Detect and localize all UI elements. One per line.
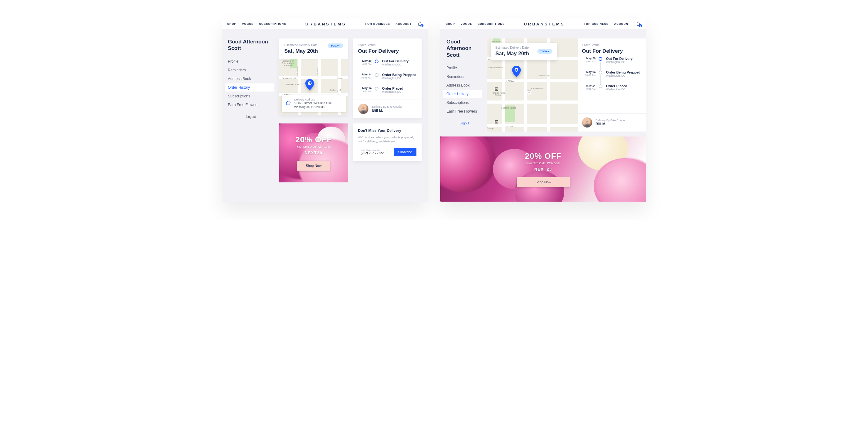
step-dot-icon <box>375 73 378 77</box>
nav-account[interactable]: ACCOUNT <box>396 22 412 25</box>
nav-account[interactable]: ACCOUNT <box>614 22 630 25</box>
status-step: May 204:00 PM Out For DeliveryWashington… <box>582 57 643 70</box>
bag-icon[interactable]: 1 <box>417 21 422 26</box>
shop-now-button[interactable]: Shop Now <box>297 161 330 171</box>
bag-icon[interactable]: 1 <box>636 21 641 26</box>
step-dot-icon <box>375 60 378 63</box>
greeting: Good Afternoon Scott <box>228 38 274 52</box>
street-17: 17th St NW <box>297 65 299 77</box>
delivery-address-box: Delivery Address 1615 L Street NW Suite … <box>282 95 346 112</box>
nav-subscriptions[interactable]: SUBSCRIPTIONS <box>259 22 286 25</box>
step-location: Washington, DC <box>382 90 417 93</box>
sidebar-item-profile[interactable]: Profile <box>443 64 483 72</box>
map[interactable]: Desales St NW L St NW 17th St NW 16th St… <box>279 59 348 115</box>
sidebar-item-address-book[interactable]: Address Book <box>443 81 483 89</box>
subscribe-button[interactable]: Subscribe <box>394 148 416 156</box>
poi-farragut: Farragut <box>487 127 494 129</box>
step-title: Order Being Prepped <box>606 70 643 74</box>
sidebar-item-subscriptions[interactable]: Subscriptions <box>443 99 483 107</box>
logout-link[interactable]: Logout <box>228 115 274 119</box>
nav-shop[interactable]: SHOP <box>227 22 237 25</box>
topbar: SHOP VOGUE SUBSCRIPTIONS URBANSTEMS FOR … <box>222 19 428 29</box>
status-label: Order Status <box>582 43 643 47</box>
sidebar-item-subscriptions[interactable]: Subscriptions <box>225 92 274 100</box>
step-dot-icon <box>599 84 602 88</box>
promo-subtext: Your Next Order With Code <box>296 145 332 148</box>
delivery-date: Sat, May 20th <box>495 51 529 57</box>
step-dot-icon <box>599 71 602 74</box>
courier-name: Bill M. <box>372 108 403 113</box>
nav-vogue[interactable]: VOGUE <box>242 22 254 25</box>
courier-avatar <box>582 117 592 128</box>
sidebar-list: Profile Reminders Address Book Order His… <box>228 57 274 109</box>
sidebar-item-order-history[interactable]: Order History <box>443 90 483 98</box>
brand-logo[interactable]: URBANSTEMS <box>524 22 565 26</box>
step-time: 9:05 AM <box>582 87 595 91</box>
sidebar-item-reminders[interactable]: Reminders <box>443 72 483 81</box>
poi-mayflower: Mayflower Hotel <box>489 66 503 68</box>
nav-business[interactable]: FOR BUSINESS <box>365 22 390 25</box>
step-location: Washington, DC <box>382 63 417 66</box>
step-time: 4:00 PM <box>358 63 372 66</box>
phone-input[interactable]: Your Phone Number (202) 222 - 2222 <box>359 148 394 156</box>
address-line1: 1615 L Street NW Suite 1230 <box>294 101 332 105</box>
street-i: I St NW <box>506 125 514 127</box>
sidebar-item-reminders[interactable]: Reminders <box>225 66 274 74</box>
sidebar-item-order-history[interactable]: Order History <box>225 84 274 91</box>
map[interactable]: 16th St NW 15th St NW Desales St NW L St… <box>487 38 578 131</box>
logout-link[interactable]: Logout <box>446 122 483 125</box>
sidebar-item-earn[interactable]: Earn Free Flowers <box>225 101 274 109</box>
status-title: Out For Delivery <box>582 48 643 54</box>
sidebar-item-address-book[interactable]: Address Book <box>225 75 274 83</box>
step-title: Out For Delivery <box>382 59 417 63</box>
nav-vogue[interactable]: VOGUE <box>461 22 472 25</box>
topbar: SHOP VOGUE SUBSCRIPTIONS URBANSTEMS FOR … <box>440 19 646 29</box>
order-status-card: Order Status Out For Delivery May 204:00… <box>353 38 422 118</box>
sidebar-item-profile[interactable]: Profile <box>225 57 274 65</box>
courier-label: Delivery By Bike Courier <box>372 105 403 108</box>
brand-logo[interactable]: URBANSTEMS <box>305 22 346 26</box>
poi-farragut-sq: Farragut Square <box>501 107 517 109</box>
metro-icon: M <box>495 120 498 123</box>
status-step: May 204:00 PM Out For DeliveryWashington… <box>358 59 417 73</box>
sidebar-list: Profile Reminders Address Book Order His… <box>446 64 483 115</box>
nav-shop[interactable]: SHOP <box>446 22 455 25</box>
delivery-date: Sat, May 20th <box>284 48 318 54</box>
bag-badge: 1 <box>421 24 424 27</box>
bag-badge: 1 <box>639 24 642 27</box>
promo-card: 20% OFF Your Next Order With Code NEXT20… <box>440 137 646 202</box>
sidebar-item-earn[interactable]: Earn Free Flowers <box>443 107 483 115</box>
step-date: May 14 <box>582 84 595 87</box>
phone-label: Your Phone Number <box>361 149 392 151</box>
courier-name: Bill M. <box>595 122 626 126</box>
nav-business[interactable]: FOR BUSINESS <box>584 22 609 25</box>
nav-subscriptions[interactable]: SUBSCRIPTIONS <box>478 22 505 25</box>
street-16: 16th St NW <box>316 65 319 77</box>
notify-text: We'll text you when your order is prepar… <box>358 135 417 144</box>
phone-value: (202) 222 - 2222 <box>361 151 392 155</box>
step-title: Out For Delivery <box>606 57 643 60</box>
status-step: May 1410:01 AM Order Being PreppedWashin… <box>582 70 643 84</box>
step-dot-icon <box>375 87 378 91</box>
step-dot-icon <box>599 57 602 61</box>
home-icon <box>285 100 291 107</box>
notify-card: Don't Miss Your Delivery We'll text you … <box>353 123 422 161</box>
step-time: 10:01 AM <box>582 74 595 77</box>
courier-label: Delivery By Bike Courier <box>595 119 626 122</box>
step-location: Washington, DC <box>606 74 643 77</box>
shop-now-button[interactable]: Shop Now <box>517 177 570 187</box>
delivery-label: Estimated Delivery Date <box>495 46 529 49</box>
step-title: Order Placed <box>606 84 643 88</box>
promo-percent: 20% OFF <box>296 135 332 145</box>
notify-title: Don't Miss Your Delivery <box>358 128 417 133</box>
step-location: Washington, DC <box>606 60 643 64</box>
poi-embassy: Embassy of <box>539 74 550 77</box>
map-pin-icon <box>512 66 521 77</box>
step-time: 4:00 PM <box>582 60 595 63</box>
account-sidebar: Good Afternoon Scott Profile Reminders A… <box>228 38 274 119</box>
step-date: May 14 <box>358 87 372 90</box>
status-step: May 149:05 AM Order PlacedWashington, DC <box>358 87 417 95</box>
status-step: May 149:05 AM Order PlacedWashington, DC <box>582 84 643 92</box>
poi-strayer: Strayer <box>337 77 343 80</box>
svg-point-0 <box>308 81 312 85</box>
